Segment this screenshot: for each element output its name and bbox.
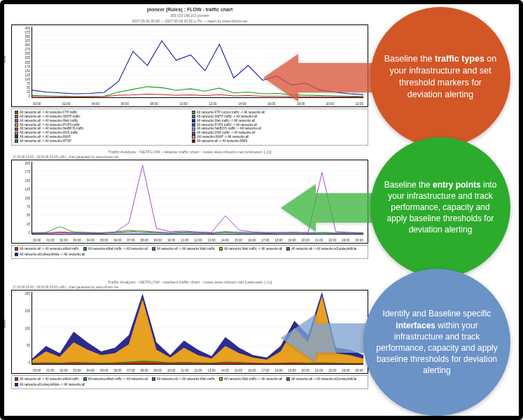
chart3-legend: All networks:all -> All networks:eMail t… — [11, 375, 368, 389]
chart2-meta: 17.03.08 23:00 - 18.03.08 23:00 (+8h) - … — [13, 155, 368, 159]
callout-traffic-types: Baseline the traffic types on your infra… — [370, 7, 510, 147]
chart1-y-axis: 4003753503253002752502252001751501251007… — [15, 27, 30, 98]
chart2-title: Traffic Analysis : NETFLOW - relative tr… — [11, 150, 368, 154]
chart2-x-axis: 00:0001:0002:0003:0004:0005:0006:0007:00… — [33, 239, 363, 242]
chart1-legend: All networks:all -> All networks:FTP tra… — [11, 108, 368, 146]
chart1-range: 2007-05-05 00:00 — 2007-05-06 00:00 (+7h… — [11, 19, 368, 23]
chart1-ylabel: kB/s — [2, 55, 6, 62]
chart1-title: pioneer (Rules) : FLOW - traffic chart — [11, 7, 368, 12]
chart3-meta: 17.03.08 23:00 - 18.03.08 23:00 (+8h) - … — [13, 286, 368, 289]
chart3-x-axis: 00:0001:0002:0003:0004:0005:0006:0007:00… — [33, 369, 363, 372]
chart2-y-axis: 2001751501251007550250 — [15, 162, 30, 234]
chart3-ylabel: kbit/s — [2, 319, 6, 328]
chart3-y-axis: 200150100500 — [15, 292, 30, 365]
callout-interfaces: Identify and Baseline specific interface… — [363, 269, 510, 416]
diagram-canvas: pioneer (Rules) : FLOW - traffic chart 2… — [4, 4, 519, 416]
callout-entry-points: Baseline the entry points into your infr… — [370, 137, 510, 277]
chart1-subtitle: 203.153.196.215 pioneer — [11, 13, 368, 18]
chart3-title: Traffic Analysis : NETFLOW - stacked tra… — [11, 280, 368, 284]
chart2-legend: All networks:all -> All networks:eMail t… — [11, 245, 368, 259]
